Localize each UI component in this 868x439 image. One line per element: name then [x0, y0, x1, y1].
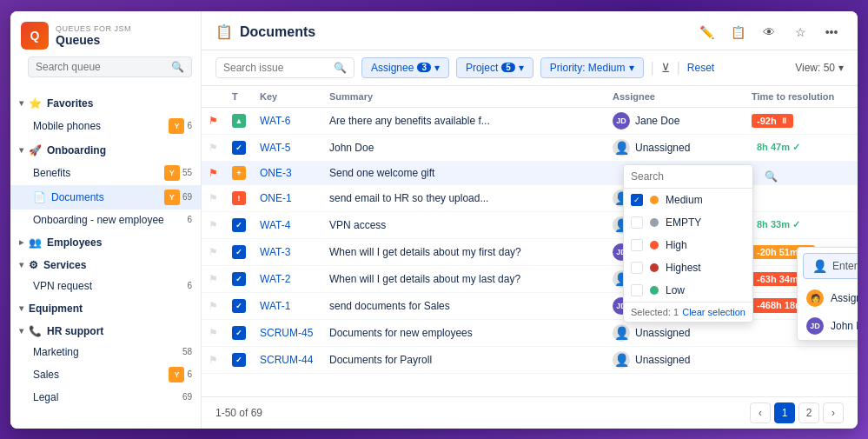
documents-icon: 📄: [33, 191, 46, 203]
assign-input-field[interactable]: 👤 Enter people ▾: [803, 253, 858, 279]
onboarding-new-employee-label: Onboarding - new employee: [33, 214, 164, 226]
table-row[interactable]: ⚑✓SCRUM-45Documents for new employees👤Un…: [202, 319, 858, 346]
page-1-button[interactable]: 1: [774, 402, 795, 423]
star-icon-button[interactable]: ☆: [788, 20, 812, 44]
priority-option-label: Medium: [666, 194, 703, 206]
next-page-button[interactable]: ›: [823, 402, 844, 423]
sidebar-item-employees[interactable]: ▸ 👥 Employees: [10, 232, 201, 253]
assignee-name: Unassigned: [635, 327, 690, 339]
table-row[interactable]: ⚑✓WAT-2When will I get details about my …: [202, 265, 858, 292]
table-row[interactable]: ⚑✓SCRUM-44Documents for Payroll👤Unassign…: [202, 346, 858, 373]
priority-option[interactable]: Highest: [624, 256, 752, 279]
sidebar-item-documents[interactable]: 📄 Documents Y 69: [10, 185, 201, 210]
onboarding-label: Onboarding: [47, 144, 106, 156]
priority-search-field[interactable]: 🔍: [624, 165, 752, 189]
issue-summary: Are there any benefits available f...: [329, 115, 490, 127]
marketing-label: Marketing: [33, 346, 79, 358]
equipment-label: Equipment: [29, 303, 83, 315]
nav-section-services: ▾ ⚙ Services VPN request 6: [10, 255, 201, 296]
clear-selection-button[interactable]: Clear selection: [682, 307, 745, 317]
copy-icon-button[interactable]: 📋: [726, 20, 750, 44]
priority-filter-button[interactable]: Priority: Medium ▾: [540, 57, 644, 78]
priority-option[interactable]: Low: [624, 279, 752, 302]
assignee-name: Unassigned: [635, 142, 690, 154]
search-issue-input[interactable]: [223, 62, 328, 74]
flag-icon: ⚑: [209, 167, 218, 179]
sidebar-title-group: QUEUES FOR JSM Queues: [56, 24, 131, 47]
type-icon: ✓: [232, 141, 246, 155]
issue-key[interactable]: WAT-1: [260, 300, 290, 312]
view-label: View: 50: [795, 62, 835, 74]
employees-icon: 👥: [29, 236, 42, 249]
issue-key[interactable]: ONE-1: [260, 192, 292, 204]
sidebar-item-favorites[interactable]: ▾ ⭐ Favorites: [10, 93, 201, 114]
table-row[interactable]: ⚑✓WAT-4VPN access👤Unassigned8h 33m ✓: [202, 211, 858, 238]
priority-dot: [650, 286, 659, 295]
issue-key[interactable]: ONE-3: [260, 167, 292, 179]
table-row[interactable]: ⚑▲WAT-6Are there any benefits available …: [202, 107, 858, 134]
sidebar-item-hr-support[interactable]: ▾ 📞 HR support: [10, 321, 201, 342]
issue-key[interactable]: WAT-5: [260, 142, 290, 154]
avatar: 👤: [613, 351, 630, 369]
table-row[interactable]: ⚑✓WAT-5John Doe👤Unassigned8h 47m ✓: [202, 134, 858, 161]
priority-search-input[interactable]: [631, 170, 761, 183]
col-header-summary: Summary: [322, 86, 606, 108]
project-filter-button[interactable]: Project 5 ▾: [456, 57, 533, 78]
hr-support-label: HR support: [47, 325, 103, 337]
sidebar-item-benefits[interactable]: Benefits Y 55: [10, 161, 201, 185]
view-info: View: 50 ▾: [795, 62, 844, 74]
nav-section-equipment: ▾ Equipment: [10, 298, 201, 319]
edit-icon-button[interactable]: ✏️: [694, 20, 719, 44]
sidebar-item-services[interactable]: ▾ ⚙ Services: [10, 255, 201, 276]
sidebar-item-mobile-phones[interactable]: Mobile phones Y 6: [10, 114, 201, 138]
flag-icon: ⚑: [209, 142, 218, 154]
prev-page-button[interactable]: ‹: [750, 402, 771, 423]
issue-key[interactable]: SCRUM-44: [260, 354, 313, 366]
issue-key[interactable]: WAT-3: [260, 246, 290, 258]
sidebar-item-legal[interactable]: Legal 69: [10, 387, 201, 408]
toolbar: 🔍 Assignee 3 ▾ Project 5 ▾ Priority: Med…: [202, 50, 858, 86]
priority-dot: [650, 218, 659, 227]
table-row[interactable]: ⚑!ONE-1send email to HR so they upload..…: [202, 184, 858, 211]
sidebar-item-marketing[interactable]: Marketing 58: [10, 342, 201, 363]
priority-option[interactable]: ✓Medium: [624, 189, 752, 211]
priority-option-label: Low: [666, 284, 685, 296]
reset-button[interactable]: Reset: [687, 62, 714, 74]
priority-option[interactable]: EMPTY: [624, 211, 752, 234]
priority-dropdown: 🔍 ✓MediumEMPTYHighHighestLow Selected: 1…: [623, 164, 753, 323]
type-icon: ✓: [232, 272, 246, 286]
page-2-button[interactable]: 2: [798, 402, 819, 423]
assign-placeholder: Enter people: [832, 260, 858, 272]
sidebar-header: Q QUEUES FOR JSM Queues: [10, 11, 201, 57]
type-icon: ✓: [232, 245, 246, 259]
sidebar-item-equipment[interactable]: ▾ Equipment: [10, 298, 201, 319]
issue-key[interactable]: WAT-6: [260, 115, 290, 127]
sidebar-search[interactable]: 🔍: [28, 57, 192, 77]
col-header-assignee: Assignee: [606, 86, 745, 108]
table-footer: 1-50 of 69 ‹ 1 2 ›: [202, 396, 858, 429]
assign-option[interactable]: 🧑Assign to me: [798, 284, 858, 312]
legal-label: Legal: [33, 391, 58, 403]
main-header: 📋 Documents ✏️ 📋 👁 ☆ •••: [202, 11, 858, 50]
view-icon-button[interactable]: 👁: [757, 20, 781, 44]
priority-option[interactable]: High: [624, 234, 752, 256]
assign-option[interactable]: JDJohn Doe: [798, 312, 858, 340]
person-icon: 👤: [812, 259, 827, 273]
filter-icon[interactable]: ⊻: [661, 61, 670, 75]
sidebar-item-onboarding-new-employee[interactable]: Onboarding - new employee 6: [10, 210, 201, 230]
table-row[interactable]: ⚑✓WAT-3When will I get details about my …: [202, 238, 858, 265]
search-queue-input[interactable]: [36, 61, 166, 73]
flag-icon: ⚑: [209, 219, 218, 231]
issue-key[interactable]: WAT-4: [260, 219, 290, 231]
sidebar-item-vpn-request[interactable]: VPN request 6: [10, 276, 201, 296]
avatar: JD: [806, 317, 824, 335]
sidebar-item-sales[interactable]: Sales Y 6: [10, 363, 201, 387]
issue-key[interactable]: WAT-2: [260, 273, 290, 285]
table-row[interactable]: ⚑✓WAT-1send documents for SalesJDJane Do…: [202, 292, 858, 319]
assignee-filter-button[interactable]: Assignee 3 ▾: [361, 57, 449, 78]
issue-key[interactable]: SCRUM-45: [260, 327, 313, 339]
priority-option-label: Highest: [666, 262, 701, 274]
sidebar-item-onboarding[interactable]: ▾ 🚀 Onboarding: [10, 140, 201, 161]
search-issue-field[interactable]: 🔍: [215, 57, 354, 78]
more-icon-button[interactable]: •••: [819, 20, 844, 44]
